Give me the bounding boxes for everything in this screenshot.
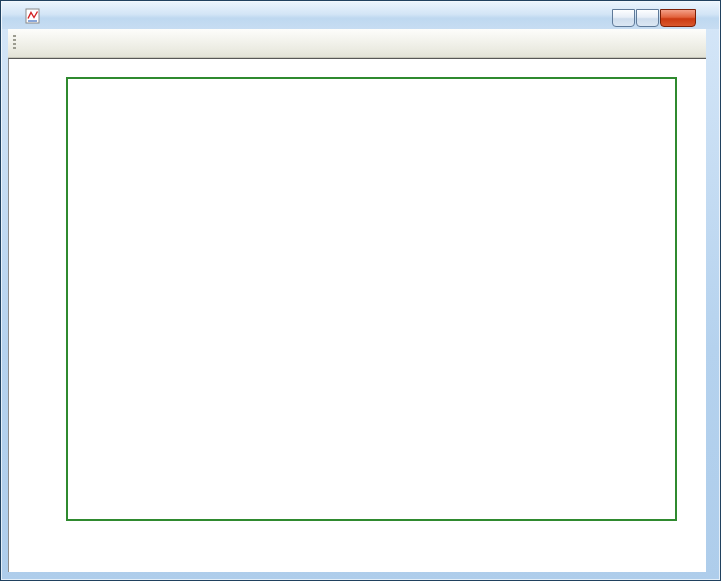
minimize-button[interactable]: [612, 9, 635, 27]
toolbar-grip[interactable]: [13, 35, 16, 51]
title-bar[interactable]: [2, 2, 719, 29]
app-icon: [25, 8, 41, 24]
maximize-button[interactable]: [636, 9, 659, 27]
plot-client-area: [8, 58, 706, 572]
toolbar: [8, 29, 706, 58]
colormap-plot[interactable]: [68, 79, 675, 519]
colormap-plot-frame: [66, 77, 677, 521]
close-button[interactable]: [660, 9, 696, 27]
app-window: [0, 0, 721, 581]
